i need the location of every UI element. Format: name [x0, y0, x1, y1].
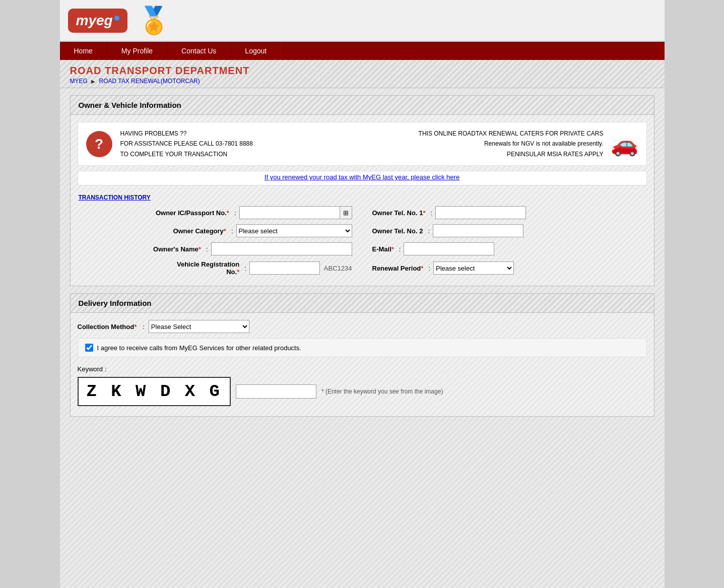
myeg-logo-text: my	[76, 13, 96, 29]
colon-8: :	[428, 265, 430, 272]
colon-1: :	[234, 209, 236, 217]
section-title-owner-vehicle: Owner & Vehicle Information	[71, 96, 654, 115]
owner-tel1-input[interactable]	[435, 206, 526, 219]
collection-method-row: Collection Method* : Please Select	[78, 320, 647, 333]
breadcrumb-page[interactable]: ROAD TAX RENEWAL(MOTORCAR)	[99, 78, 200, 85]
transaction-history-row: TRANSACTION HISTORY	[78, 190, 647, 204]
owners-name-label: Owner's Name*	[153, 245, 201, 253]
email-label: E-Mail*	[372, 245, 394, 253]
colon-7: :	[244, 265, 246, 272]
captcha-row: Z K W D X G * (Enter the keyword you see…	[78, 377, 647, 406]
keyword-label: Keyword :	[78, 365, 647, 373]
form-row-1: Owner IC/Passport No.* : ⊞ Owner Tel. No…	[78, 206, 647, 219]
owners-name-input[interactable]	[211, 242, 352, 255]
vehicle-reg-hint: ABC1234	[324, 265, 352, 272]
agree-checkbox[interactable]	[85, 344, 93, 352]
owner-category-label: Owner Category*	[173, 227, 226, 235]
renewal-period-select[interactable]: Please select	[433, 262, 514, 275]
form-row-4: Vehicle Registration No.* : ABC1234 Rene…	[78, 260, 647, 276]
form-row-2: Owner Category* : Please select Owner Te…	[78, 224, 647, 237]
page-title: ROAD TRANSPORT DEPARTMENT	[70, 65, 654, 77]
owner-category-select[interactable]: Please select	[236, 224, 352, 237]
form-row-3: Owner's Name* : E-Mail* :	[78, 242, 647, 255]
info-text: HAVING PROBLEMS ?? FOR ASSISTANCE PLEASE…	[120, 128, 362, 159]
owner-tel2-input[interactable]	[433, 224, 523, 237]
navigation: Home My Profile Contact Us Logout	[60, 42, 665, 60]
breadcrumb-myeg[interactable]: MYEG	[70, 78, 88, 85]
question-icon: ?	[86, 131, 112, 157]
colon-3: :	[231, 227, 233, 235]
renewal-period-label: Renewal Period*	[372, 265, 424, 272]
agree-label: I agree to receive calls from MyEG Servi…	[97, 344, 301, 352]
vehicle-reg-input[interactable]	[249, 262, 320, 275]
colon-2: :	[430, 209, 432, 217]
header: my eg 🏅	[60, 0, 665, 42]
breadcrumb: MYEG ▶ ROAD TAX RENEWAL(MOTORCAR)	[70, 78, 654, 85]
colon-9: :	[143, 323, 145, 331]
owner-ic-label: Owner IC/Passport No.*	[156, 209, 229, 217]
myeg-logo-dot	[114, 16, 119, 21]
nav-home[interactable]: Home	[60, 42, 107, 60]
nav-contact-us[interactable]: Contact Us	[167, 42, 231, 60]
right-info-text: THIS ONLINE ROADTAX RENEWAL CATERS FOR P…	[362, 128, 604, 159]
email-input[interactable]	[404, 242, 494, 255]
renewal-link-row: If you renewed your road tax with MyEG l…	[78, 171, 647, 185]
vehicle-reg-label: Vehicle Registration No.*	[177, 260, 239, 276]
myeg-logo-text2: eg	[96, 13, 113, 29]
collection-method-select[interactable]: Please Select	[149, 320, 249, 333]
colon-5: :	[206, 245, 208, 253]
ic-icon[interactable]: ⊞	[340, 206, 352, 219]
renewal-link[interactable]: If you renewed your road tax with MyEG l…	[265, 173, 459, 181]
section-title-delivery: Delivery Information	[71, 294, 654, 313]
myeg-logo[interactable]: my eg	[68, 9, 127, 33]
colon-4: :	[428, 227, 430, 235]
agree-row: I agree to receive calls from MyEG Servi…	[78, 338, 647, 357]
nav-my-profile[interactable]: My Profile	[107, 42, 167, 60]
captcha-note: * (Enter the keyword you see from the im…	[321, 388, 443, 395]
owner-ic-input[interactable]	[239, 206, 340, 219]
car-image: 🚗	[611, 131, 638, 157]
breadcrumb-arrow: ▶	[91, 79, 95, 84]
delivery-section: Delivery Information Collection Method* …	[70, 293, 654, 417]
info-banner: ? HAVING PROBLEMS ?? FOR ASSISTANCE PLEA…	[78, 122, 647, 166]
owner-tel2-label: Owner Tel. No. 2	[372, 227, 423, 235]
captcha-image: Z K W D X G	[78, 377, 231, 406]
colon-6: :	[399, 245, 401, 253]
jpj-logo: 🏅	[138, 5, 170, 36]
page-header: ROAD TRANSPORT DEPARTMENT MYEG ▶ ROAD TA…	[60, 60, 665, 88]
owner-tel1-label: Owner Tel. No. 1*	[372, 209, 426, 217]
nav-logout[interactable]: Logout	[231, 42, 281, 60]
owner-vehicle-section: Owner & Vehicle Information ? HAVING PRO…	[70, 95, 654, 286]
transaction-history-link[interactable]: TRANSACTION HISTORY	[79, 194, 151, 201]
captcha-section: Keyword : Z K W D X G * (Enter the keywo…	[78, 362, 647, 409]
collection-method-label: Collection Method*	[78, 323, 137, 331]
captcha-input[interactable]	[236, 384, 316, 399]
